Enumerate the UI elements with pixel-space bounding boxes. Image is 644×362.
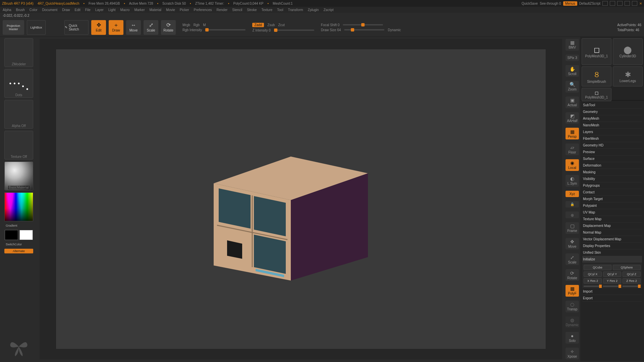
menu-movie[interactable]: Movie [166,8,175,12]
material-thumb[interactable]: BasicMaterial [4,162,33,190]
menu-alpha[interactable]: Alpha [3,8,11,12]
qsphere-button[interactable]: QSphere [613,265,641,270]
panel-layers[interactable]: Layers [582,129,642,135]
transp-button[interactable]: ◌Transp [566,301,579,312]
layout-button-1[interactable] [602,1,608,6]
panel-surface[interactable]: Surface [582,156,642,162]
panel-polypaint[interactable]: Polypaint [582,202,642,209]
minimize-button[interactable] [625,1,630,6]
focal-shift-slider[interactable] [343,24,383,25]
x-res-bar[interactable] [584,286,602,287]
floor-button[interactable]: ▱Floor [566,143,579,155]
layout-button-2[interactable] [610,1,615,6]
menu-picker[interactable]: Picker [180,8,189,12]
menu-color[interactable]: Color [30,8,38,12]
panel-masking[interactable]: Masking [582,169,642,176]
menus-button[interactable]: Menus [563,1,577,6]
spix-button[interactable]: SPix 3 [566,55,579,61]
x-res-slider[interactable]: X Res 2 [584,278,602,284]
z-intensity-slider[interactable] [274,29,314,31]
menu-tool[interactable]: Tool [277,8,283,12]
brush-thumb[interactable]: ZModeler [4,38,33,67]
move-button[interactable]: ↔Move [126,20,141,35]
menu-macro[interactable]: Macro [120,8,130,12]
menu-layer[interactable]: Layer [95,8,104,12]
color-picker[interactable] [4,192,33,221]
quicksketch-button[interactable]: ✎ Quick Sketch [64,20,89,35]
z-res-slider[interactable]: Z Res 2 [623,278,641,284]
solo-button[interactable]: ●Solo [566,332,579,344]
menu-draw[interactable]: Draw [62,8,70,12]
menu-stroke[interactable]: Stroke [247,8,257,12]
rgb-toggle[interactable]: Rgb [194,23,200,27]
alternate-button[interactable]: Alternate [4,249,33,253]
tool-polymesh-2[interactable]: ◻PolyMesh3D_1 [582,88,611,101]
panel-fibermesh[interactable]: FiberMesh [582,135,642,142]
panel-geometry[interactable]: Geometry [582,109,642,115]
viewport[interactable] [40,39,562,359]
menu-transform[interactable]: Transform [288,8,303,12]
panel-deformation[interactable]: Deformation [582,162,642,169]
panel-polygroups[interactable]: Polygroups [582,182,642,189]
menu-light[interactable]: Light [108,8,116,12]
polyf-button[interactable]: ▦PolyF [566,285,579,297]
qcube-button[interactable]: QCube [584,265,611,270]
panel-texture-map[interactable]: Texture Map [582,216,642,223]
draw-button[interactable]: ＋Draw [109,20,123,35]
panel-visibility[interactable]: Visibility [582,176,642,182]
lock-button[interactable]: 🔒 [566,201,579,207]
quicksave-button[interactable]: QuickSave [522,2,538,5]
viewport-rotate-button[interactable]: ⟳Rotate [566,269,579,281]
qcyl-x-button[interactable]: QCyl X [584,272,602,277]
close-button[interactable]: ✕ [639,2,642,5]
menu-edit[interactable]: Edit [75,8,80,12]
y-res-bar[interactable] [603,286,621,287]
panel-morph-target[interactable]: Morph Target [582,196,642,202]
qcyl-z-button[interactable]: QCyl Z [623,272,641,277]
panel-preview[interactable]: Preview [582,149,642,156]
viewport-move-button[interactable]: ✥Move [566,238,579,250]
actual-button[interactable]: ▣Actual [566,97,579,108]
viewport-scale-button[interactable]: ⤢Scale [566,253,579,265]
panel-arraymesh[interactable]: ArrayMesh [582,115,642,122]
dynamic-button[interactable]: ◍Dynamic [566,316,579,328]
zsub-toggle[interactable]: Zsub [267,23,275,27]
scroll-button[interactable]: ✋Scroll [566,65,579,77]
export-button[interactable]: Export [582,295,642,302]
bmv-button[interactable]: ▦BMV [566,39,579,51]
texture-thumb[interactable]: Texture Off [4,131,33,160]
xpose-button[interactable]: ✧Xpose [566,348,579,359]
panel-display-properties[interactable]: Display Properties [582,243,642,249]
menu-render[interactable]: Render [217,8,228,12]
menu-material[interactable]: Material [150,8,162,12]
menu-stencil[interactable]: Stencil [232,8,242,12]
m-toggle[interactable]: M [203,23,206,27]
menu-brush[interactable]: Brush [16,8,25,12]
draw-size-slider[interactable] [344,29,384,31]
menu-zplugin[interactable]: Zplugin [308,8,319,12]
seethrough-slider[interactable]: See-through 0 [540,2,561,5]
menu-marker[interactable]: Marker [134,8,145,12]
rgb-intensity-slider[interactable] [205,29,246,31]
panel-unified-skin[interactable]: Unified Skin [582,249,642,256]
tool-lowerlegs[interactable]: ✱LowerLegs [613,66,643,86]
stroke-thumb[interactable]: Dots [4,69,33,98]
xyz-button[interactable]: Xyz [566,191,579,197]
menu-file[interactable]: File [85,8,91,12]
edit-button[interactable]: ✥Edit [91,20,106,35]
local-button[interactable]: ◉Local [566,159,579,171]
persp-button[interactable]: ▦Persp [566,128,579,139]
panel-normal-map[interactable]: Normal Map [582,229,642,236]
panel-contact[interactable]: Contact [582,189,642,196]
alpha-thumb[interactable]: Alpha Off [4,100,33,129]
default-zscript-button[interactable]: DefaultZScript [579,2,600,5]
menu-zscript[interactable]: Zscript [323,8,333,12]
qcyl-y-button[interactable]: QCyl Y [603,272,621,277]
z-res-bar[interactable] [623,286,641,287]
aahalf-button[interactable]: ◩AAHalf [566,112,579,124]
lsym-button[interactable]: ◐L.Sym [566,175,579,187]
switchcolor-button[interactable]: SwitchColor [4,242,33,247]
tool-cylinder[interactable]: ⬤Cylinder3D [613,38,643,65]
swatch-black[interactable] [5,230,18,240]
swatch-white[interactable] [19,230,33,240]
